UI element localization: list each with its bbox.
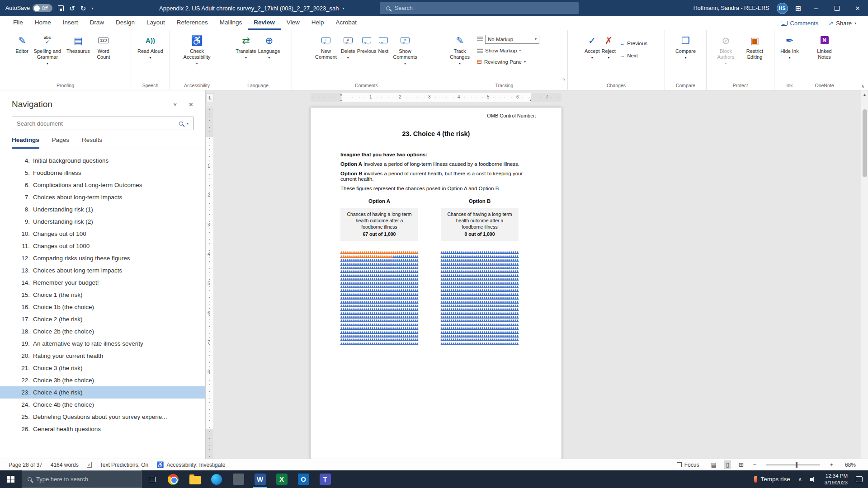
nav-heading-item[interactable]: 13.Choices about long-term impacts <box>0 264 205 277</box>
page-indicator[interactable]: Page 28 of 37 <box>5 462 47 468</box>
tracking-dialog-launcher-icon[interactable]: ↘ <box>562 77 566 81</box>
display-for-review-select[interactable]: No Markup ▾ <box>485 35 539 44</box>
vertical-ruler[interactable]: 12345678 <box>206 108 213 459</box>
comments-button[interactable]: Comments <box>781 20 819 27</box>
nav-heading-item[interactable]: 12.Comparing risks using these figures <box>0 252 205 264</box>
block-authors-button[interactable]: ⊘ Block Authors ▾ <box>712 31 741 66</box>
nav-heading-item[interactable]: 17.Choice 2 (the risk) <box>0 313 205 325</box>
tab-references[interactable]: References <box>171 16 214 30</box>
nav-heading-item[interactable]: 14.Remember your budget! <box>0 277 205 289</box>
titlebar-search[interactable] <box>380 2 579 14</box>
speaker-icon[interactable] <box>810 477 816 482</box>
language-button[interactable]: ⊕ Language ▾ <box>257 31 281 61</box>
autosave-switch[interactable]: Off <box>33 4 52 12</box>
accessibility-status[interactable]: ♿ Accessibility: Investigate <box>152 461 229 468</box>
print-layout-icon[interactable]: ▯ <box>724 460 731 469</box>
right-indent-marker[interactable]: ▲ <box>529 99 532 102</box>
undo-icon[interactable]: ↺ <box>69 5 75 12</box>
nav-heading-item[interactable]: 7.Choices about long-term impacts <box>0 191 205 203</box>
zoom-slider[interactable] <box>766 465 820 465</box>
hidden-icons-chevron-icon[interactable]: ∧ <box>798 476 802 482</box>
reject-button[interactable]: ✗ Reject ▾ <box>601 31 617 61</box>
new-comment-button[interactable]: + New Comment <box>312 31 340 61</box>
minimize-button[interactable]: ─ <box>806 0 826 16</box>
zoom-slider-thumb[interactable] <box>796 462 797 468</box>
text-predictions-indicator[interactable]: Text Predictions: On <box>96 462 152 468</box>
translate-button[interactable]: ⇄ Translate ▾ <box>235 31 257 61</box>
share-button[interactable]: ↗ Share ▾ <box>828 20 856 27</box>
nav-heading-item[interactable]: 15.Choice 1 (the risk) <box>0 289 205 301</box>
hide-ink-button[interactable]: ✒ Hide Ink ▾ <box>779 31 800 61</box>
zoom-out-icon[interactable]: − <box>751 460 759 469</box>
chrome-taskbar-button[interactable] <box>162 470 184 488</box>
start-button[interactable] <box>0 470 22 488</box>
scroll-up-icon[interactable]: ▲ <box>861 90 868 99</box>
nav-heading-item[interactable]: 26.General health questions <box>0 423 205 435</box>
tab-review[interactable]: Review <box>248 16 281 30</box>
read-aloud-button[interactable]: A)) Read Aloud ▾ <box>137 31 164 61</box>
tab-view[interactable]: View <box>281 16 306 30</box>
restrict-editing-button[interactable]: ▣ Restrict Editing <box>741 31 769 61</box>
nav-search-box[interactable]: ▾ <box>12 117 193 130</box>
horizontal-ruler[interactable]: 1234567 ▼ ▲ ▲ <box>311 93 561 102</box>
tab-file[interactable]: File <box>7 16 29 30</box>
word-count-indicator[interactable]: 4164 words <box>47 462 83 468</box>
close-button[interactable]: ✕ <box>847 0 868 16</box>
nav-heading-item[interactable]: 24.Choice 4b (the choice) <box>0 399 205 411</box>
previous-comment-button[interactable]: ← Previous <box>356 31 377 55</box>
zoom-level[interactable]: 68% <box>841 462 860 468</box>
tab-home[interactable]: Home <box>29 16 57 30</box>
nav-heading-item[interactable]: 22.Choice 3b (the choice) <box>0 374 205 386</box>
word-count-button[interactable]: 123 Word Count <box>91 31 116 61</box>
nav-heading-item[interactable]: 21.Choice 3 (the risk) <box>0 362 205 374</box>
action-center-icon[interactable] <box>856 476 863 482</box>
web-layout-icon[interactable]: ⊞ <box>737 460 745 469</box>
collapse-ribbon-icon[interactable]: ∧ <box>861 84 864 89</box>
nav-search-input[interactable] <box>17 120 175 127</box>
nav-heading-item[interactable]: 19.An alternative way to rate illness se… <box>0 338 205 350</box>
tab-insert[interactable]: Insert <box>57 16 84 30</box>
check-accessibility-button[interactable]: ♿ Check Accessibility ▾ <box>176 31 218 66</box>
tab-acrobat[interactable]: Acrobat <box>330 16 363 30</box>
outlook-taskbar-button[interactable]: O <box>292 470 314 488</box>
nav-heading-item[interactable]: 25.Debriefing Questions about your surve… <box>0 411 205 423</box>
zoom-in-icon[interactable]: + <box>828 460 835 469</box>
nav-heading-item[interactable]: 10.Changes out of 100 <box>0 228 205 240</box>
tab-mailings[interactable]: Mailings <box>214 16 248 30</box>
redo-icon[interactable]: ↻ <box>80 5 86 12</box>
nav-heading-item[interactable]: 18.Choice 2b (the choice) <box>0 325 205 338</box>
tab-selector-icon[interactable]: L <box>207 93 213 102</box>
read-mode-icon[interactable]: ▤ <box>709 460 718 469</box>
tab-design[interactable]: Design <box>110 16 141 30</box>
editor-button[interactable]: ✎ Editor <box>14 31 29 55</box>
nav-search-chevron-icon[interactable]: ▾ <box>187 122 189 126</box>
next-change-button[interactable]: → Next <box>618 51 649 60</box>
tab-draw[interactable]: Draw <box>84 16 110 30</box>
file-explorer-taskbar-button[interactable] <box>184 470 206 488</box>
linked-notes-button[interactable]: N Linked Notes <box>811 31 838 61</box>
customize-qat-icon[interactable]: ▾ <box>91 6 93 10</box>
avatar[interactable]: HS <box>777 3 788 14</box>
nav-pane-close-icon[interactable]: ✕ <box>189 101 193 108</box>
show-comments-button[interactable]: ≡ Show Comments ▾ <box>389 31 421 66</box>
clock-widget[interactable]: 12:34 PM 3/19/2023 <box>825 473 848 486</box>
save-icon[interactable] <box>58 5 64 11</box>
taskbar-search-input[interactable] <box>36 476 136 483</box>
nav-heading-item[interactable]: 4.Initial background questions <box>0 155 205 167</box>
search-input[interactable] <box>395 5 572 11</box>
show-markup-button[interactable]: Show Markup ▾ <box>476 46 541 55</box>
nav-heading-item[interactable]: 5.Foodborne illness <box>0 167 205 179</box>
delete-comment-button[interactable]: ✗ Delete ▾ <box>340 31 356 61</box>
reviewing-pane-button[interactable]: ⊟ Reviewing Pane ▾ <box>476 57 541 66</box>
nav-tab-pages[interactable]: Pages <box>52 136 69 149</box>
teams-taskbar-button[interactable]: T <box>314 470 336 488</box>
track-changes-button[interactable]: ✎ Track Changes ▾ <box>446 31 474 66</box>
excel-taskbar-button[interactable]: X <box>271 470 292 488</box>
app-taskbar-button-4[interactable] <box>227 470 249 488</box>
maximize-button[interactable] <box>826 0 847 16</box>
thesaurus-button[interactable]: ▤ Thesaurus <box>66 31 91 55</box>
edge-taskbar-button[interactable] <box>206 470 227 488</box>
task-view-button[interactable] <box>142 470 162 488</box>
compare-button[interactable]: ❐ Compare ▾ <box>675 31 697 61</box>
weather-widget[interactable]: Temps rise <box>754 476 790 483</box>
